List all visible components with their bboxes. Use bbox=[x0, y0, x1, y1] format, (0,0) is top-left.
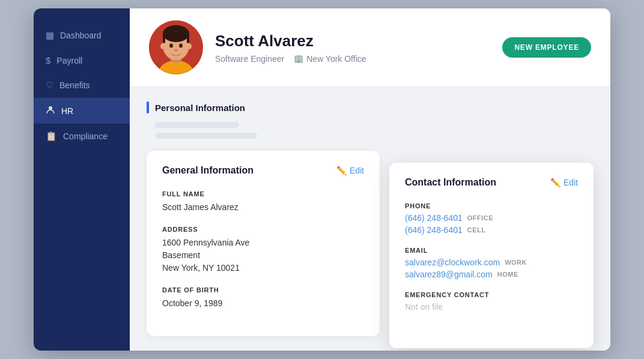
sidebar-label-hr: HR bbox=[61, 106, 73, 116]
sidebar: ▦ Dashboard $ Payroll ♡ Benefits HR 📋 Co… bbox=[34, 8, 130, 351]
address-field: ADDRESS 1600 Pennsylvania Ave Basement N… bbox=[162, 226, 364, 274]
job-title: Software Engineer bbox=[215, 54, 284, 64]
skeleton-placeholder bbox=[155, 122, 594, 139]
contact-info-card-header: Contact Information ✏️ Edit bbox=[405, 177, 578, 188]
phone-field: PHONE (646) 248-6401 OFFICE (646) 248-64… bbox=[405, 202, 578, 235]
general-info-card: General Information ✏️ Edit FULL NAME Sc… bbox=[147, 151, 380, 336]
sidebar-item-compliance[interactable]: 📋 Compliance bbox=[34, 124, 130, 149]
office-info: 🏢 New York Office bbox=[294, 54, 366, 64]
accent-bar bbox=[147, 101, 149, 113]
dob-field: DATE OF BIRTH October 9, 1989 bbox=[162, 286, 364, 310]
section-title-bar: Personal Information bbox=[147, 101, 594, 113]
phone-cell-type: CELL bbox=[467, 226, 486, 234]
email-home-address[interactable]: salvarez89@gmail.com bbox=[405, 270, 493, 279]
sidebar-label-compliance: Compliance bbox=[63, 131, 108, 141]
address-line1: 1600 Pennsylvania Ave bbox=[162, 238, 249, 247]
dob-label: DATE OF BIRTH bbox=[162, 286, 364, 294]
employee-name: Scott Alvarez bbox=[215, 32, 490, 50]
full-name-label: FULL NAME bbox=[162, 190, 364, 198]
app-window: ▦ Dashboard $ Payroll ♡ Benefits HR 📋 Co… bbox=[34, 8, 610, 351]
sidebar-item-benefits[interactable]: ♡ Benefits bbox=[34, 73, 130, 98]
profile-info: Scott Alvarez Software Engineer 🏢 New Yo… bbox=[215, 32, 490, 64]
sidebar-label-dashboard: Dashboard bbox=[60, 31, 102, 40]
content-body: Personal Information General Information… bbox=[130, 87, 610, 351]
sidebar-item-hr[interactable]: HR bbox=[34, 98, 130, 124]
svg-point-5 bbox=[163, 25, 189, 42]
email-work-type: WORK bbox=[505, 259, 527, 266]
address-line2: Basement bbox=[162, 250, 200, 260]
email-label: EMAIL bbox=[405, 247, 578, 254]
svg-point-11 bbox=[160, 43, 165, 49]
sidebar-item-dashboard[interactable]: ▦ Dashboard bbox=[34, 23, 130, 48]
email-home-type: HOME bbox=[497, 271, 518, 278]
phone-office-number[interactable]: (646) 248-6401 bbox=[405, 213, 463, 223]
address-label: ADDRESS bbox=[162, 226, 364, 233]
cards-row: General Information ✏️ Edit FULL NAME Sc… bbox=[147, 151, 594, 336]
payroll-icon: $ bbox=[46, 55, 50, 65]
general-info-edit-button[interactable]: ✏️ Edit bbox=[336, 166, 364, 175]
address-line3: New York, NY 10021 bbox=[162, 263, 240, 273]
sidebar-label-benefits: Benefits bbox=[59, 80, 90, 90]
phone-cell-number[interactable]: (646) 248-6401 bbox=[405, 225, 463, 235]
contact-info-card: Contact Information ✏️ Edit PHONE (646) … bbox=[389, 163, 594, 348]
phone-office-type: OFFICE bbox=[467, 214, 493, 222]
svg-rect-6 bbox=[163, 34, 165, 43]
profile-header: Scott Alvarez Software Engineer 🏢 New Yo… bbox=[130, 8, 610, 87]
svg-rect-7 bbox=[187, 34, 189, 43]
svg-point-9 bbox=[179, 44, 183, 48]
profile-meta: Software Engineer 🏢 New York Office bbox=[215, 54, 490, 64]
full-name-field: FULL NAME Scott James Alvarez bbox=[162, 190, 364, 214]
dob-value: October 9, 1989 bbox=[162, 297, 364, 310]
office-name: New York Office bbox=[306, 54, 366, 64]
svg-point-8 bbox=[169, 44, 173, 48]
skeleton-line-1 bbox=[155, 122, 239, 128]
compliance-icon: 📋 bbox=[46, 131, 57, 142]
email-field: EMAIL salvarez@clockwork.com WORK salvar… bbox=[405, 247, 578, 279]
phone-label: PHONE bbox=[405, 202, 578, 210]
sidebar-label-payroll: Payroll bbox=[56, 56, 82, 65]
hr-icon bbox=[46, 105, 55, 116]
sidebar-item-payroll[interactable]: $ Payroll bbox=[34, 48, 130, 73]
building-icon: 🏢 bbox=[294, 54, 303, 63]
main-content: Scott Alvarez Software Engineer 🏢 New Yo… bbox=[130, 8, 610, 351]
general-info-title: General Information bbox=[162, 165, 254, 176]
avatar bbox=[149, 20, 203, 74]
section-title: Personal Information bbox=[155, 103, 245, 113]
pencil-icon-contact: ✏️ bbox=[550, 178, 560, 187]
email-work-row: salvarez@clockwork.com WORK bbox=[405, 258, 578, 267]
address-value: 1600 Pennsylvania Ave Basement New York,… bbox=[162, 237, 364, 274]
emergency-label: EMERGENCY CONTACT bbox=[405, 291, 578, 298]
emergency-field: EMERGENCY CONTACT Not on file bbox=[405, 291, 578, 312]
svg-point-10 bbox=[174, 49, 178, 52]
full-name-value: Scott James Alvarez bbox=[162, 201, 364, 214]
phone-cell-row: (646) 248-6401 CELL bbox=[405, 225, 578, 235]
general-edit-label: Edit bbox=[350, 166, 364, 175]
svg-point-12 bbox=[187, 43, 192, 49]
contact-info-title: Contact Information bbox=[405, 177, 496, 188]
dashboard-icon: ▦ bbox=[46, 30, 54, 41]
email-work-address[interactable]: salvarez@clockwork.com bbox=[405, 258, 500, 267]
benefits-icon: ♡ bbox=[46, 80, 53, 91]
pencil-icon: ✏️ bbox=[336, 166, 347, 175]
svg-point-0 bbox=[49, 106, 52, 110]
contact-edit-label: Edit bbox=[564, 178, 578, 187]
new-employee-button[interactable]: NEW EMPLOYEE bbox=[502, 37, 591, 58]
emergency-value: Not on file bbox=[405, 302, 578, 312]
phone-office-row: (646) 248-6401 OFFICE bbox=[405, 213, 578, 223]
skeleton-line-2 bbox=[155, 133, 257, 139]
general-info-card-header: General Information ✏️ Edit bbox=[162, 165, 364, 176]
contact-info-edit-button[interactable]: ✏️ Edit bbox=[550, 178, 578, 187]
email-home-row: salvarez89@gmail.com HOME bbox=[405, 270, 578, 279]
